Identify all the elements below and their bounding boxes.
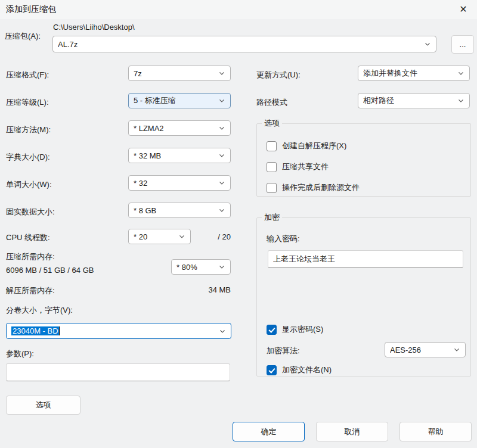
memory-usage-value: * 80% (176, 263, 215, 272)
close-icon[interactable]: ✕ (456, 2, 471, 17)
encryption-method-label: 加密算法: (267, 346, 300, 356)
cancel-button[interactable]: 取消 (316, 422, 388, 441)
shared-files-checkbox-row[interactable]: 压缩共享文件 (267, 161, 329, 172)
checkbox-icon[interactable] (267, 365, 277, 375)
archive-name-combo[interactable]: AL.7z (52, 36, 436, 52)
solid-block-select[interactable]: * 8 GB (128, 203, 231, 218)
word-size-value: * 32 (134, 179, 215, 188)
archive-name-value: AL.7z (58, 40, 420, 49)
checkbox-icon[interactable] (267, 325, 277, 335)
level-value: 5 - 标准压缩 (134, 95, 215, 106)
show-password-label: 显示密码(S) (282, 324, 323, 335)
format-label: 压缩格式(F): (6, 70, 49, 80)
browse-button[interactable]: ... (451, 35, 474, 54)
word-size-label: 单词大小(W): (6, 179, 52, 190)
archive-path: C:\Users\Liiho\Desktop\ (53, 23, 135, 32)
title-bar: 添加到压缩包 ✕ (0, 0, 477, 19)
chevron-down-icon (218, 70, 225, 77)
solid-block-label: 固实数据大小: (6, 207, 55, 217)
add-to-archive-dialog: 添加到压缩包 ✕ 压缩包(A): C:\Users\Liiho\Desktop\… (0, 0, 477, 448)
encryption-method-select[interactable]: AES-256 (385, 342, 466, 357)
word-size-select[interactable]: * 32 (128, 175, 231, 191)
volume-size-value: 23040M - BD (11, 326, 60, 335)
dictionary-value: * 32 MB (134, 151, 215, 160)
path-mode-label: 路径模式 (256, 97, 287, 108)
chevron-down-icon (218, 263, 225, 270)
chevron-down-icon (219, 328, 226, 335)
create-sfx-checkbox-row[interactable]: 创建自解压程序(X) (267, 141, 346, 151)
format-select[interactable]: 7z (128, 66, 231, 81)
memory-decompress-value: 34 MB (179, 285, 231, 294)
checkbox-icon[interactable] (267, 141, 277, 151)
show-password-checkbox-row[interactable]: 显示密码(S) (267, 324, 323, 335)
format-value: 7z (134, 69, 215, 78)
password-input[interactable] (268, 250, 463, 268)
update-mode-select[interactable]: 添加并替换文件 (358, 66, 470, 81)
path-mode-value: 相对路径 (363, 95, 454, 106)
chevron-down-icon (457, 97, 464, 104)
parameters-label: 参数(P): (6, 349, 34, 359)
level-label: 压缩等级(L): (6, 97, 49, 108)
options-group-title: 选项 (262, 118, 282, 129)
update-mode-value: 添加并替换文件 (363, 68, 454, 79)
encryption-group: 加密 输入密码: 显示密码(S) 加密算法: AES-256 加密文件名(N) (256, 212, 471, 377)
solid-block-value: * 8 GB (134, 206, 215, 215)
help-button[interactable]: 帮助 (399, 422, 472, 441)
chevron-down-icon (178, 233, 185, 240)
checkbox-icon[interactable] (267, 162, 277, 172)
cpu-threads-max: / 20 (203, 232, 231, 241)
memory-usage-select[interactable]: * 80% (171, 259, 231, 275)
chevron-down-icon (218, 97, 225, 104)
method-label: 压缩方法(M): (6, 125, 51, 135)
chevron-down-icon (218, 125, 225, 132)
memory-decompress-label: 解压所需内存: (6, 285, 55, 296)
dictionary-select[interactable]: * 32 MB (128, 148, 231, 163)
delete-after-label: 操作完成后删除源文件 (282, 182, 360, 193)
encryption-group-title: 加密 (262, 212, 282, 223)
encrypt-filenames-label: 加密文件名(N) (282, 365, 332, 375)
chevron-down-icon (218, 207, 225, 214)
chevron-down-icon (218, 152, 225, 159)
volume-size-combo[interactable]: 23040M - BD (6, 323, 231, 339)
parameters-input[interactable] (6, 363, 230, 381)
encryption-method-value: AES-256 (390, 346, 450, 354)
encrypt-filenames-checkbox-row[interactable]: 加密文件名(N) (267, 365, 332, 375)
delete-after-checkbox-row[interactable]: 操作完成后删除源文件 (267, 182, 360, 193)
cpu-threads-value: * 20 (134, 232, 175, 241)
path-mode-select[interactable]: 相对路径 (358, 93, 470, 108)
options-button[interactable]: 选项 (6, 396, 80, 415)
chevron-down-icon (453, 346, 460, 353)
shared-files-label: 压缩共享文件 (282, 161, 329, 172)
archive-label: 压缩包(A): (5, 31, 41, 42)
options-group: 选项 创建自解压程序(X) 压缩共享文件 操作完成后删除源文件 (256, 118, 471, 197)
method-select[interactable]: * LZMA2 (128, 120, 231, 136)
chevron-down-icon (457, 70, 464, 77)
memory-compress-detail: 6096 MB / 51 GB / 64 GB (6, 266, 94, 275)
memory-compress-label: 压缩所需内存: (6, 251, 55, 262)
create-sfx-label: 创建自解压程序(X) (282, 141, 346, 151)
chevron-down-icon (218, 179, 225, 186)
password-label: 输入密码: (267, 234, 300, 244)
checkbox-icon[interactable] (267, 183, 277, 193)
chevron-down-icon (424, 41, 431, 48)
cpu-threads-select[interactable]: * 20 (128, 229, 191, 244)
update-mode-label: 更新方式(U): (256, 70, 301, 80)
window-title: 添加到压缩包 (6, 4, 56, 15)
method-value: * LZMA2 (134, 124, 215, 133)
dictionary-label: 字典大小(D): (6, 152, 50, 163)
volume-size-label: 分卷大小，字节(V): (6, 305, 73, 316)
cpu-threads-label: CPU 线程数: (6, 232, 50, 243)
ok-button[interactable]: 确定 (233, 422, 305, 441)
level-select[interactable]: 5 - 标准压缩 (128, 93, 231, 108)
